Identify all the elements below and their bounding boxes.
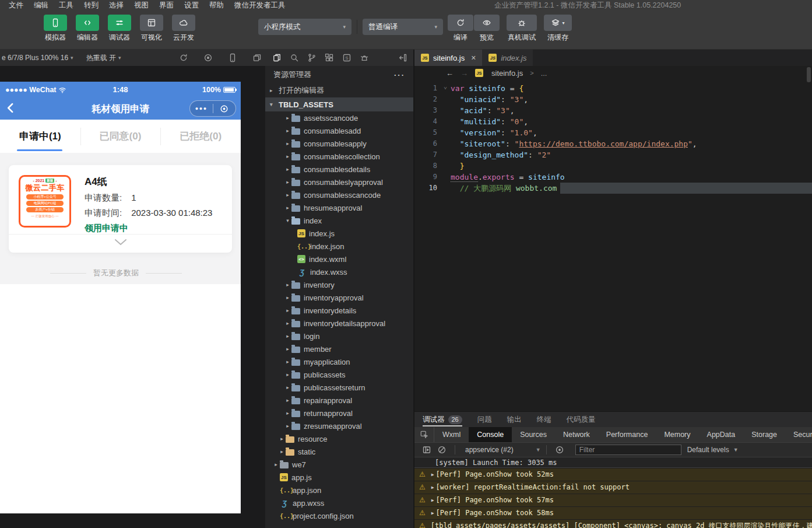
tree-item-we7[interactable]: ▸we7 <box>265 458 413 471</box>
tree-item-index.js[interactable]: JSindex.js <box>265 227 413 240</box>
tree-item-app.wxss[interactable]: Ʒapp.wxss <box>265 496 413 509</box>
tree-item-inventorydetailsapproval[interactable]: ▸inventorydetailsapproval <box>265 317 413 330</box>
code-line-5[interactable]: 5 "version": "1.0", <box>414 127 812 138</box>
tree-item-consumablesapply[interactable]: ▸consumablesapply <box>265 137 413 150</box>
editor-tab-index.js[interactable]: JSindex.js <box>482 50 533 66</box>
tree-item-app.js[interactable]: JSapp.js <box>265 471 413 484</box>
code-line-8[interactable]: 8 } <box>414 160 812 172</box>
action-button-bug[interactable]: 真机调试 <box>507 15 537 43</box>
tab-2[interactable]: 已拒绝(0) <box>160 120 241 153</box>
nav-back-icon[interactable]: ← <box>446 69 454 78</box>
devtools-tab-appdata[interactable]: AppData <box>699 427 744 442</box>
expand-chevron-icon[interactable] <box>114 239 127 246</box>
code-line-1[interactable]: 1˅var siteinfo = { <box>414 83 812 94</box>
devtools-tab-performance[interactable]: Performance <box>598 427 656 442</box>
breadcrumb-rest[interactable]: ... <box>541 69 547 78</box>
close-minipro-icon[interactable] <box>213 104 236 114</box>
devtools-tab-security[interactable]: Security <box>785 427 812 442</box>
tree-item-project.config.json[interactable]: {..}project.config.json <box>265 509 413 522</box>
expand-arrow-icon[interactable]: ▶ <box>431 470 434 480</box>
apply-card[interactable]: - 2021 新版 - 微云二手车 小程序+公众号电脑网站PC端多商户+分销 —… <box>9 165 232 253</box>
menu-item-3[interactable]: 转到 <box>79 0 104 11</box>
filter-input[interactable] <box>575 445 681 455</box>
tree-item-inventoryapproval[interactable]: ▸inventoryapproval <box>265 291 413 304</box>
clear-console-icon[interactable] <box>437 445 447 454</box>
console-warning-row[interactable]: ⚠[tbld_assets/pages/assets/assets] [Comp… <box>414 519 812 528</box>
code-area[interactable]: 1˅var siteinfo = {2 "uniacid": "3",3 "ac… <box>414 80 812 194</box>
collapse-sidebar-icon[interactable] <box>398 53 407 62</box>
code-line-3[interactable]: 3 "acid": "3", <box>414 105 812 116</box>
menu-item-2[interactable]: 工具 <box>54 0 79 11</box>
action-button-eye[interactable]: 预览 <box>474 15 500 43</box>
hot-reload-toggle[interactable]: 热重载 开 <box>86 53 116 63</box>
breadcrumb-file[interactable]: siteinfo.js <box>491 69 523 78</box>
more-menu-icon[interactable]: ●●● <box>190 106 213 111</box>
more-actions-icon[interactable]: ··· <box>394 71 405 79</box>
files-icon[interactable] <box>272 53 282 62</box>
menu-item-9[interactable]: 微信开发者工具 <box>229 0 291 11</box>
context-select[interactable]: appservice (#2) <box>465 446 514 454</box>
console-warning-row[interactable]: ⚠▶[worker] reportRealtimeAction:fail not… <box>414 481 812 494</box>
toolbar-button-cloud[interactable]: 云开发 <box>172 15 195 43</box>
code-line-7[interactable]: 7 "design_method": "2" <box>414 149 812 160</box>
detach-window-icon[interactable] <box>252 53 262 62</box>
sidebar-toggle-icon[interactable] <box>422 445 431 454</box>
tree-item-consumablesdetails[interactable]: ▸consumablesdetails <box>265 163 413 176</box>
toolbar-button-phone[interactable]: 模拟器 <box>44 15 67 43</box>
tree-item-consumablesadd[interactable]: ▸consumablesadd <box>265 124 413 137</box>
tree-item-assetsscancode[interactable]: ▸assetsscancode <box>265 111 413 124</box>
record-icon[interactable] <box>203 53 213 62</box>
tree-item-resource[interactable]: ▸resource <box>265 432 413 445</box>
tab-0[interactable]: 申请中(1) <box>0 120 80 153</box>
editor-tab-siteinfo.js[interactable]: JSsiteinfo.js× <box>414 50 482 66</box>
tree-item-publicassetsreturn[interactable]: ▸publicassetsreturn <box>265 381 413 394</box>
toolbar-button-code[interactable]: 编辑器 <box>76 15 99 43</box>
tree-item-consumablescollection[interactable]: ▸consumablescollection <box>265 150 413 163</box>
menu-item-1[interactable]: 编辑 <box>29 0 54 11</box>
panel-tab-4[interactable]: 代码质量 <box>567 412 596 427</box>
console-warning-row[interactable]: ⚠▶[Perf] Page.onShow took 58ms <box>414 506 812 519</box>
expand-arrow-icon[interactable]: ▶ <box>431 508 434 518</box>
panel-tab-2[interactable]: 输出 <box>507 412 522 427</box>
panel-tab-1[interactable]: 问题 <box>477 412 492 427</box>
search-icon[interactable] <box>290 53 299 62</box>
tree-item-returnapproval[interactable]: ▸returnapproval <box>265 407 413 419</box>
tree-item-index[interactable]: ▾index <box>265 214 413 227</box>
tree-item-publicassets[interactable]: ▸publicassets <box>265 368 413 381</box>
back-button[interactable] <box>5 102 16 114</box>
mode-select[interactable]: 小程序模式 ▾ <box>258 19 351 35</box>
tree-item-consumablesscancode[interactable]: ▸consumablesscancode <box>265 188 413 201</box>
devtools-tab-storage[interactable]: Storage <box>743 427 785 442</box>
devtools-tab-memory[interactable]: Memory <box>656 427 698 442</box>
code-line-2[interactable]: 2 "uniacid": "3", <box>414 94 812 105</box>
editor-scrollbar[interactable] <box>807 67 811 82</box>
devtools-tab-network[interactable]: Network <box>555 427 598 442</box>
project-root-section[interactable]: ▾ TBLD_ASSETS <box>265 97 413 111</box>
tree-item-myapplication[interactable]: ▸myapplication <box>265 355 413 368</box>
devtools-tab-sources[interactable]: Sources <box>512 427 555 442</box>
tree-item-static[interactable]: ▸static <box>265 445 413 458</box>
panel-tab-3[interactable]: 终端 <box>537 412 551 427</box>
action-button-refresh[interactable]: 编译 <box>448 15 473 43</box>
console-log-row[interactable]: [system] Launch Time: 3035 ms <box>414 459 812 468</box>
tree-item-app.json[interactable]: {..}app.json <box>265 484 413 496</box>
toolbar-button-sliders[interactable]: 调试器 <box>108 15 131 43</box>
live-expression-icon[interactable] <box>555 445 564 454</box>
console-warning-row[interactable]: ⚠▶[Perf] Page.onShow took 57ms <box>414 494 812 506</box>
tree-item-index.wxml[interactable]: <>index.wxml <box>265 253 413 265</box>
toolbar-button-grid[interactable]: 可视化 <box>140 15 163 43</box>
source-control-icon[interactable] <box>307 53 317 62</box>
menu-item-5[interactable]: 视图 <box>129 0 154 11</box>
device-select[interactable]: e 6/7/8 Plus 100% 16 <box>0 54 68 62</box>
menu-item-4[interactable]: 选择 <box>104 0 129 11</box>
code-line-9[interactable]: 9module.exports = siteinfo <box>414 172 812 183</box>
log-levels-select[interactable]: Default levels ▼ <box>687 446 739 454</box>
action-button-layers[interactable]: ▾清缓存 <box>544 15 572 43</box>
code-line-4[interactable]: 4 "multiid": "0", <box>414 116 812 127</box>
open-editors-section[interactable]: ▸ 打开的编辑器 <box>265 83 413 97</box>
compile-select[interactable]: 普通编译 ▾ <box>363 19 443 35</box>
console-warning-row[interactable]: ⚠▶[Perf] Page.onShow took 52ms <box>414 468 812 481</box>
tree-item-repairapproval[interactable]: ▸repairapproval <box>265 394 413 407</box>
tree-item-inventory[interactable]: ▸inventory <box>265 278 413 291</box>
inspect-element-icon[interactable] <box>414 427 434 442</box>
